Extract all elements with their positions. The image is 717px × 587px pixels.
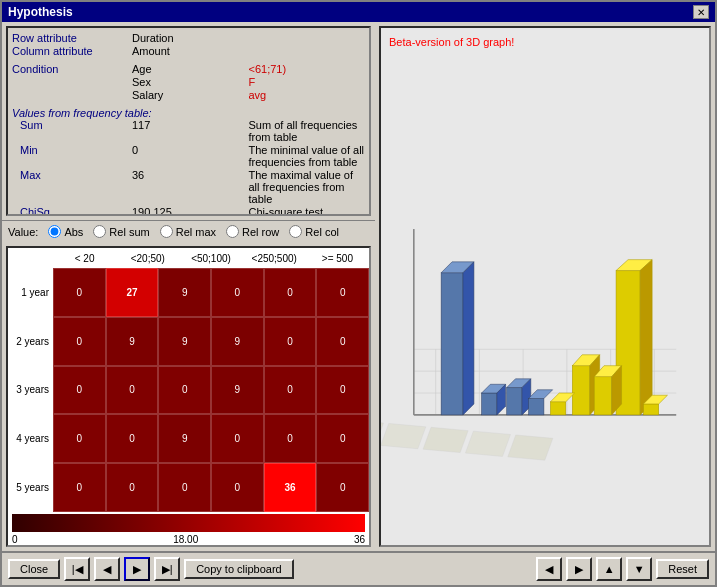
grid-cell: 9	[211, 366, 264, 415]
svg-rect-24	[572, 366, 589, 415]
scale-labels: 0 18.00 36	[8, 534, 369, 545]
reset-button[interactable]: Reset	[656, 559, 709, 579]
grid-area: < 20<20;50)<50;100)<250;500)>= 500 02790…	[53, 248, 369, 512]
grid-cell: 36	[264, 463, 317, 512]
info-table: Row attribute Duration Column attribute …	[12, 32, 365, 216]
hypothesis-window: Hypothesis ✕ Row attribute Duration Colu…	[0, 0, 717, 587]
table-row: 0000360	[53, 463, 369, 512]
grid-cell: 9	[158, 317, 211, 366]
condition-sex-row: Sex F	[12, 76, 365, 88]
stat-desc: The maximal value of all frequencies fro…	[249, 169, 366, 205]
column-attribute-label: Column attribute	[12, 45, 132, 57]
grid-cell: 0	[264, 414, 317, 463]
svg-rect-32	[550, 402, 565, 415]
svg-marker-23	[640, 260, 652, 415]
stat-row: ChiSq 190.125 Chi-square test	[12, 206, 365, 216]
stat-row: Max 36 The maximal value of all frequenc…	[12, 169, 365, 205]
row-label: 4 years	[8, 414, 53, 463]
svg-rect-30	[529, 399, 544, 415]
nav-prev-icon: ◀	[103, 563, 111, 576]
svg-marker-33	[550, 393, 574, 402]
grid-cell: 0	[264, 366, 317, 415]
arrow-right-button[interactable]: ▶	[566, 557, 592, 581]
close-window-button[interactable]: ✕	[693, 5, 709, 19]
nav-prev-button[interactable]: ◀	[94, 557, 120, 581]
radio-abs[interactable]: Abs	[48, 225, 83, 238]
arrow-right-icon: ▶	[575, 563, 583, 576]
grid-cell: 0	[316, 414, 369, 463]
grid-cell: 9	[211, 317, 264, 366]
nav-first-button[interactable]: |◀	[64, 557, 90, 581]
arrow-left-button[interactable]: ◀	[536, 557, 562, 581]
stat-row: Min 0 The minimal value of all frequenci…	[12, 144, 365, 168]
table-row: 0279000	[53, 268, 369, 317]
condition-sex-value: F	[249, 76, 366, 88]
scale-max: 36	[354, 534, 365, 545]
stat-desc: Chi-square test	[249, 206, 366, 216]
nav-last-button[interactable]: ▶|	[154, 557, 180, 581]
row-label: 2 years	[8, 317, 53, 366]
svg-rect-40	[508, 435, 553, 460]
svg-rect-12	[441, 273, 463, 415]
svg-rect-15	[482, 393, 497, 415]
condition-age-row: Condition Age <61;71)	[12, 63, 365, 75]
grid-cell: 0	[264, 317, 317, 366]
arrow-down-button[interactable]: ▼	[626, 557, 652, 581]
grid-cell: 0	[106, 463, 159, 512]
nav-last-icon: ▶|	[162, 563, 173, 576]
table-row: 099900	[53, 317, 369, 366]
grid-cell: 0	[211, 414, 264, 463]
arrow-up-button[interactable]: ▲	[596, 557, 622, 581]
svg-rect-39	[465, 431, 510, 456]
svg-rect-27	[594, 377, 611, 415]
grid-rows: 02790000999000009000090000000360	[53, 268, 369, 512]
row-labels: 1 year2 years3 years4 years5 years	[8, 248, 53, 512]
condition-salary-spacer	[12, 89, 132, 101]
nav-first-icon: |◀	[72, 563, 83, 576]
grid-cell: 0	[316, 268, 369, 317]
grid-cell: 0	[211, 268, 264, 317]
svg-rect-38	[423, 427, 468, 452]
heatmap-container: 1 year2 years3 years4 years5 years < 20<…	[6, 246, 371, 547]
col-header: <250;500)	[243, 248, 306, 268]
radio-relsum[interactable]: Rel sum	[93, 225, 149, 238]
info-panel: Row attribute Duration Column attribute …	[6, 26, 371, 216]
grid-cell: 0	[53, 317, 106, 366]
heatmap-grid: 1 year2 years3 years4 years5 years < 20<…	[8, 248, 369, 512]
svg-rect-34	[643, 404, 658, 415]
svg-rect-37	[381, 424, 426, 449]
row-attribute-row: Row attribute Duration	[12, 32, 365, 44]
grid-cell: 27	[106, 268, 159, 317]
grid-cell: 0	[158, 366, 211, 415]
svg-rect-18	[507, 388, 522, 415]
col-header: <50;100)	[179, 248, 242, 268]
arrow-up-icon: ▲	[604, 563, 615, 575]
beta-text: Beta-version of 3D graph!	[389, 36, 514, 48]
radio-relrow[interactable]: Rel row	[226, 225, 279, 238]
row-attribute-value: Duration	[132, 32, 365, 44]
radio-relmax[interactable]: Rel max	[160, 225, 216, 238]
condition-age-name: Age	[132, 63, 249, 75]
grid-cell: 0	[316, 366, 369, 415]
copy-clipboard-button[interactable]: Copy to clipboard	[184, 559, 294, 579]
graph-area: Beta-version of 3D graph!	[379, 26, 711, 547]
grid-cell: 0	[53, 414, 106, 463]
close-button[interactable]: Close	[8, 559, 60, 579]
condition-label: Condition	[12, 63, 132, 75]
stat-desc: Sum of all frequencies from table	[249, 119, 366, 143]
stats-container: Sum 117 Sum of all frequencies from tabl…	[12, 119, 365, 216]
nav-next-button[interactable]: ▶	[124, 557, 150, 581]
grid-cell: 9	[158, 414, 211, 463]
stat-label: ChiSq	[12, 206, 132, 216]
svg-marker-31	[529, 390, 553, 399]
radio-relcol[interactable]: Rel col	[289, 225, 339, 238]
grid-cell: 0	[316, 317, 369, 366]
condition-salary-row: Salary avg	[12, 89, 365, 101]
stat-value: 0	[132, 144, 249, 168]
condition-age-value: <61;71)	[249, 63, 366, 75]
condition-salary-value: avg	[249, 89, 366, 101]
col-headers: < 20<20;50)<50;100)<250;500)>= 500	[53, 248, 369, 268]
window-title: Hypothesis	[8, 5, 73, 19]
radio-bar: Value: Abs Rel sum Rel max Rel row Rel c…	[2, 220, 375, 242]
grid-cell: 0	[158, 463, 211, 512]
